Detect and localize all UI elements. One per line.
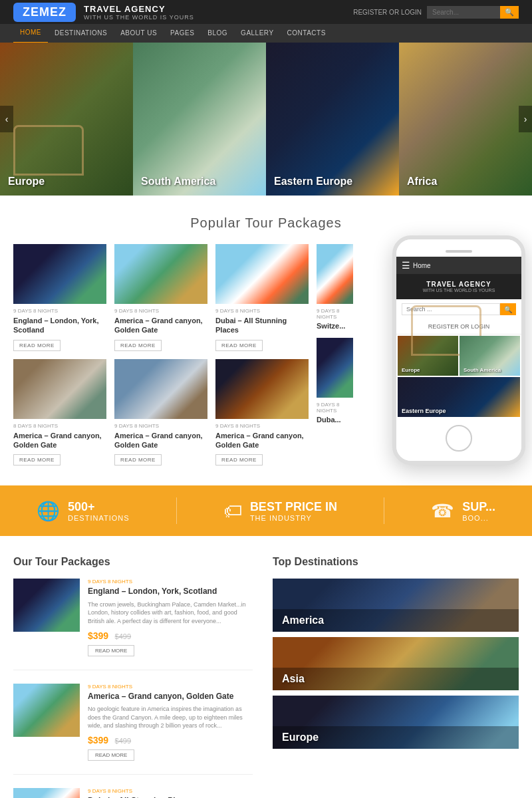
nav-blog[interactable]: BLOG bbox=[201, 24, 234, 43]
nav-destinations[interactable]: DESTINATIONS bbox=[48, 24, 114, 43]
package-days: 8 DAYS 8 NIGHTS bbox=[13, 423, 106, 429]
stat-support-label: BOO... bbox=[462, 514, 495, 522]
stat-support-text: SUP... BOO... bbox=[462, 500, 495, 522]
hero-next-button[interactable]: › bbox=[519, 106, 532, 132]
mobile-speaker bbox=[396, 239, 521, 257]
package-card: 9 DAYS 8 NIGHTS America – Grand canyon, … bbox=[215, 359, 309, 466]
partial-column: 9 DAYS 8 NIGHTS Switze... 9 DAYS 8 NIGHT… bbox=[317, 244, 353, 466]
tour-read-more-button-1[interactable]: READ MORE bbox=[88, 645, 134, 656]
mobile-dest-south-america-label: South America bbox=[464, 367, 501, 373]
hero-label-eastern-europe: Eastern Europe bbox=[274, 176, 352, 188]
search-input[interactable] bbox=[427, 6, 500, 19]
hero-panel-eastern-europe[interactable]: Eastern Europe bbox=[266, 43, 399, 196]
tour-info-2: 9 DAYS 8 NIGHTS America – Grand canyon, … bbox=[88, 684, 253, 761]
tour-current-price-2: $399 bbox=[88, 735, 108, 745]
dest-item-asia[interactable]: Asia bbox=[273, 637, 519, 690]
read-more-button[interactable]: READ MORE bbox=[114, 454, 162, 466]
hero-panel-africa[interactable]: Africa bbox=[399, 43, 532, 196]
tour-desc-2: No geologic feature in America inspires … bbox=[88, 705, 253, 730]
partial-name: Switze... bbox=[317, 322, 353, 330]
nav-contacts[interactable]: CONTACTS bbox=[281, 24, 332, 43]
site-title: TRAVEL AGENCY bbox=[84, 4, 194, 14]
hero-panel-europe[interactable]: Europe bbox=[0, 43, 133, 196]
dest-item-america[interactable]: America bbox=[273, 579, 519, 632]
package-image bbox=[114, 359, 207, 419]
package-name: America – Grand canyon, Golden Gate bbox=[215, 431, 309, 450]
package-name: America – Grand canyon, Golden Gate bbox=[13, 431, 106, 450]
mobile-site-subtitle: WITH US THE WORLD IS YOURS bbox=[402, 288, 516, 293]
package-image bbox=[13, 244, 106, 304]
dest-label-america: America bbox=[273, 609, 519, 632]
hero-label-europe: Europe bbox=[8, 176, 45, 188]
dest-item-europe[interactable]: Europe bbox=[273, 696, 519, 749]
tour-read-more-button-2[interactable]: READ MORE bbox=[88, 749, 134, 761]
read-more-button[interactable]: READ MORE bbox=[13, 340, 61, 351]
mobile-dest-eastern-europe-label: Eastern Europe bbox=[402, 408, 446, 414]
tour-old-price-1: $499 bbox=[115, 632, 131, 640]
tour-packages-title: Our Tour Packages bbox=[13, 556, 253, 568]
stat-divider-2 bbox=[384, 497, 384, 524]
tour-days-2: 9 DAYS 8 NIGHTS bbox=[88, 684, 253, 690]
top-destinations-title: Top Destinations bbox=[273, 556, 519, 568]
partial-image-2 bbox=[317, 338, 353, 398]
package-card: 8 DAYS 8 NIGHTS America – Grand canyon, … bbox=[13, 359, 106, 466]
stat-support: ☎ SUP... BOO... bbox=[431, 500, 495, 522]
popular-packages-title: Popular Tour Packages bbox=[13, 215, 519, 231]
hero-label-africa: Africa bbox=[407, 176, 437, 188]
mobile-dest-south-america[interactable]: South America bbox=[460, 336, 520, 376]
tour-price-1: $399 $499 bbox=[88, 630, 253, 642]
dest-label-asia: Asia bbox=[273, 668, 519, 690]
mobile-site-title: TRAVEL AGENCY WITH US THE WORLD IS YOURS bbox=[396, 274, 521, 299]
package-image bbox=[215, 244, 309, 304]
tour-thumb-3 bbox=[13, 788, 80, 798]
search-button[interactable]: 🔍 bbox=[500, 6, 519, 19]
best-price-icon: 🏷 bbox=[223, 500, 242, 522]
dest-label-europe: Europe bbox=[273, 726, 519, 749]
read-more-button[interactable]: READ MORE bbox=[13, 454, 61, 466]
package-name: Dubai – All Stunning Places bbox=[215, 316, 309, 335]
nav-home[interactable]: HOME bbox=[13, 23, 48, 43]
read-more-button[interactable]: READ MORE bbox=[114, 340, 162, 351]
mobile-site-title-text: TRAVEL AGENCY bbox=[402, 281, 516, 288]
mobile-home-button[interactable] bbox=[396, 418, 521, 461]
partial-card-top: 9 DAYS 8 NIGHTS Switze... bbox=[317, 244, 353, 330]
mobile-dest-europe[interactable]: Europe bbox=[398, 336, 458, 376]
nav-about[interactable]: ABOUT US bbox=[114, 24, 164, 43]
nav-pages[interactable]: PAGES bbox=[164, 24, 201, 43]
tour-info-3: 9 DAYS 8 NIGHTS Dubai – All Stunning Pla… bbox=[88, 788, 253, 798]
tour-days-3: 9 DAYS 8 NIGHTS bbox=[88, 788, 253, 794]
mobile-menu-icon: ☰ bbox=[402, 260, 410, 271]
stat-destinations-label: DESTINATIONS bbox=[68, 514, 129, 522]
main-nav: HOME DESTINATIONS ABOUT US PAGES BLOG GA… bbox=[0, 24, 532, 43]
stats-bar: 🌐 500+ DESTINATIONS 🏷 BEST PRICE IN THE … bbox=[0, 485, 532, 536]
nav-gallery[interactable]: GALLERY bbox=[234, 24, 280, 43]
package-days: 9 DAYS 8 NIGHTS bbox=[114, 308, 207, 314]
mobile-dest-eastern-europe[interactable]: Eastern Europe bbox=[398, 377, 520, 417]
package-name: America – Grand canyon, Golden Gate bbox=[114, 431, 207, 450]
stat-divider-1 bbox=[176, 497, 177, 524]
tour-old-price-2: $499 bbox=[115, 737, 131, 745]
read-more-button[interactable]: READ MORE bbox=[215, 454, 263, 466]
register-login-link[interactable]: REGISTER OR LOGIN bbox=[353, 9, 422, 16]
hero-panel-south-america[interactable]: South America bbox=[133, 43, 266, 196]
partial-image bbox=[317, 244, 353, 304]
partial-name-2: Duba... bbox=[317, 416, 353, 424]
mobile-nav-bar: ☰ Home bbox=[396, 257, 521, 274]
site-subtitle: WITH US THE WORLD IS YOURS bbox=[84, 14, 194, 21]
mobile-search-button[interactable]: 🔍 bbox=[500, 303, 516, 315]
tour-packages-col: Our Tour Packages 9 DAYS 8 NIGHTS Englan… bbox=[13, 556, 266, 798]
stat-destinations-text: 500+ DESTINATIONS bbox=[68, 500, 129, 522]
stat-best-price: 🏷 BEST PRICE IN THE INDUSTRY bbox=[223, 500, 337, 522]
read-more-button[interactable]: READ MORE bbox=[215, 340, 263, 351]
header-right: REGISTER OR LOGIN 🔍 bbox=[353, 6, 519, 19]
logo-area: ZEMEZ TRAVEL AGENCY WITH US THE WORLD IS… bbox=[13, 3, 194, 22]
destinations-icon: 🌐 bbox=[37, 500, 60, 522]
support-icon: ☎ bbox=[431, 500, 454, 522]
stat-support-number: SUP... bbox=[462, 500, 495, 514]
hero-prev-button[interactable]: ‹ bbox=[0, 106, 13, 132]
package-card: 9 DAYS 8 NIGHTS England – London, York, … bbox=[13, 244, 106, 351]
tour-thumb-1 bbox=[13, 579, 80, 632]
package-image bbox=[13, 359, 106, 419]
package-days: 9 DAYS 8 NIGHTS bbox=[215, 423, 309, 429]
tour-info-1: 9 DAYS 8 NIGHTS England – London, York, … bbox=[88, 579, 253, 656]
